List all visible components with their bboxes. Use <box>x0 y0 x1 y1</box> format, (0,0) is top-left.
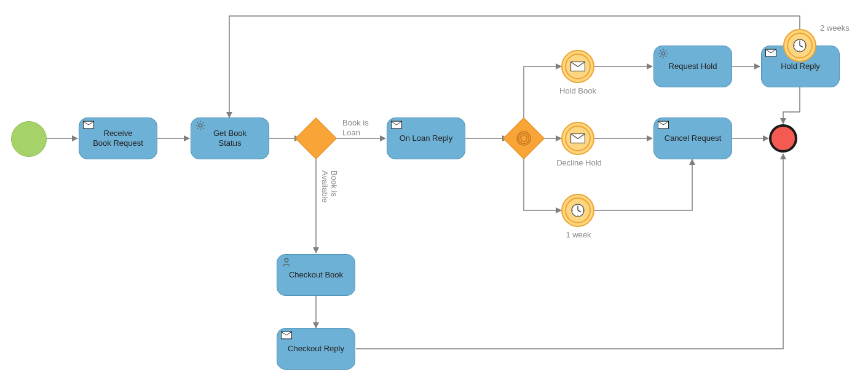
event-hold-book <box>561 50 594 83</box>
event-label: 2 weeks <box>820 23 850 33</box>
end-event <box>769 124 797 153</box>
task-label: Get Book Status <box>213 129 247 149</box>
svg-point-1 <box>199 124 202 127</box>
start-event <box>11 121 47 157</box>
svg-point-23 <box>661 52 665 55</box>
svg-point-41 <box>285 258 288 262</box>
clock-icon <box>562 195 593 226</box>
message-icon <box>281 331 292 340</box>
event-decline-hold <box>561 122 594 155</box>
task-label: Request Hold <box>669 62 717 71</box>
task-label: Hold Reply <box>781 62 820 71</box>
svg-marker-13 <box>521 135 527 141</box>
user-icon <box>281 257 292 266</box>
gear-icon <box>195 121 206 129</box>
task-label: Checkout Book <box>289 270 343 280</box>
event-timer-1-week <box>561 194 594 227</box>
svg-line-6 <box>197 122 199 124</box>
svg-line-8 <box>197 128 199 129</box>
task-label: Checkout Reply <box>288 344 344 354</box>
clock-icon <box>784 30 815 61</box>
svg-line-30 <box>660 56 661 57</box>
task-cancel-request: Cancel Request <box>653 117 732 159</box>
message-icon <box>562 51 593 82</box>
message-icon <box>562 123 593 154</box>
task-checkout-reply: Checkout Reply <box>277 328 355 370</box>
svg-line-7 <box>203 128 204 129</box>
edge-label-book-is-loan: Book is Loan <box>342 118 369 137</box>
message-icon <box>83 121 94 129</box>
svg-line-9 <box>203 122 204 124</box>
svg-line-28 <box>660 50 661 52</box>
task-checkout-book: Checkout Book <box>277 254 355 296</box>
edges-layer <box>0 0 868 382</box>
message-icon <box>658 121 669 129</box>
task-label: Receive Book Request <box>93 129 143 149</box>
message-icon <box>391 121 402 129</box>
task-on-loan-reply: On Loan Reply <box>387 117 465 159</box>
event-label: Hold Book <box>558 86 598 96</box>
bpmn-diagram: Receive Book Request Get Book Status On … <box>0 0 868 382</box>
event-label: Decline Hold <box>554 158 604 168</box>
task-label: Cancel Request <box>665 133 722 143</box>
svg-point-11 <box>517 132 531 145</box>
task-label: On Loan Reply <box>400 133 453 143</box>
svg-line-29 <box>666 56 667 57</box>
svg-line-31 <box>666 50 667 52</box>
message-icon <box>765 49 776 57</box>
task-request-hold: Request Hold <box>653 46 732 87</box>
gear-icon <box>658 49 669 57</box>
edge-label-book-is-available: Book is Available <box>320 170 339 203</box>
task-get-book-status: Get Book Status <box>191 117 269 159</box>
event-label: 1 week <box>563 230 594 240</box>
boundary-timer-2-weeks <box>783 29 816 62</box>
gateway-book-status <box>295 117 337 159</box>
gateway-event-based <box>503 117 545 159</box>
task-receive-book-request: Receive Book Request <box>79 117 157 159</box>
